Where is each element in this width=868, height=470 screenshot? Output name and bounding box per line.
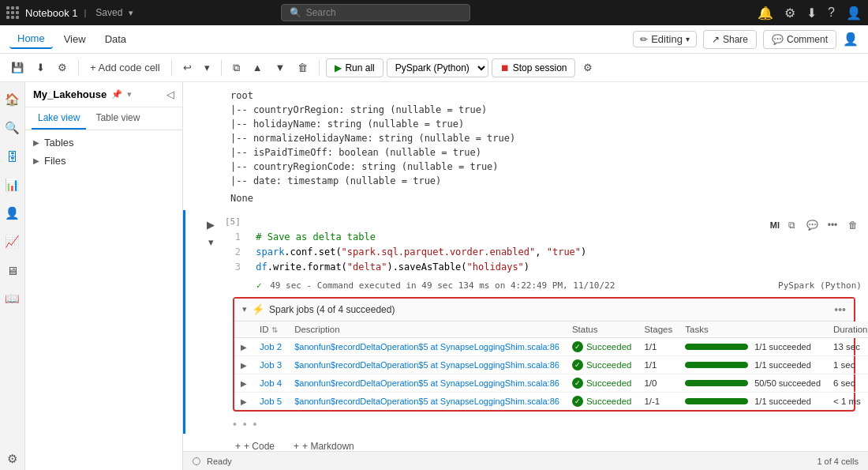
table-row[interactable]: ▶ Job 5 $anonfun$recordDeltaOperation$5 … [234,392,868,410]
kernel-select[interactable]: PySpark (Python) [387,58,488,77]
job-stages: 1/1 [638,337,679,355]
undo-dropdown[interactable]: ▾ [200,59,215,76]
th-status[interactable]: Status [566,321,638,338]
settings-toolbar-button[interactable]: ⚙ [53,59,72,76]
tab-lake-view[interactable]: Lake view [32,107,86,130]
share-button[interactable]: ↗ Share [703,30,757,49]
notification-icon[interactable]: 🔔 [758,6,773,21]
task-label: 50/50 succeeded [754,378,821,388]
spark-jobs-more-icon[interactable]: ••• [834,303,846,316]
person-icon[interactable]: 👤 [843,32,859,47]
success-dot-icon: ✓ [572,378,583,389]
undo-button[interactable]: ↩ [178,59,196,76]
download-toolbar-button[interactable]: ⬇ [32,59,50,76]
th-id[interactable]: ID ⇅ [253,321,288,338]
editing-label: Editing [651,33,683,45]
cell-more-button[interactable]: ••• [824,216,841,234]
row-expand-icon[interactable]: ▶ [241,397,247,406]
search-icon-bar[interactable]: 🔍 [2,117,24,139]
chart-icon-bar[interactable]: 📈 [2,231,24,253]
row-expand-icon[interactable]: ▶ [241,343,247,352]
add-code-cell-button[interactable]: + Add code cell [85,59,165,76]
settings-icon: ⚙ [58,62,67,73]
table-row[interactable]: ▶ Job 2 $anonfun$recordDeltaOperation$5 … [234,337,868,355]
cell-copy-button[interactable]: ⧉ [783,216,800,234]
job-id-link[interactable]: Job 5 [260,397,282,406]
stop-session-button[interactable]: ⏹ Stop session [492,58,576,77]
table-icon-bar[interactable]: 📊 [2,174,24,196]
collapse-sidebar-icon[interactable]: ◁ [166,88,174,100]
tab-table-view[interactable]: Table view [89,107,146,130]
menu-bar: Home View Data ✏ Editing ▾ ↗ Share 💬 Com… [0,25,868,54]
code-editor[interactable]: 1 # Save as delta table 2 spark.conf.set… [225,227,868,279]
th-tasks[interactable]: Tasks [679,321,827,338]
spark-jobs-collapse-icon[interactable]: ▾ [242,304,247,314]
settings-icon[interactable]: ⚙ [784,6,795,21]
job-description-link[interactable]: $anonfun$recordDeltaOperation$5 at Synap… [294,360,559,370]
table-row[interactable]: ▶ Job 4 $anonfun$recordDeltaOperation$5 … [234,374,868,392]
move-up-button[interactable]: ▲ [248,59,268,76]
add-markdown-button[interactable]: + + Markdown [289,438,359,451]
menu-data[interactable]: Data [97,30,134,48]
cell-delete-button[interactable]: 🗑 [844,216,862,234]
monitor-icon-bar[interactable]: 🖥 [2,259,24,281]
download-icon[interactable]: ⬇ [806,6,817,21]
notebook-name[interactable]: Notebook 1 [25,7,78,19]
th-duration[interactable]: Duration [827,321,868,338]
app-icon [6,6,19,19]
cell-expand-button[interactable]: ▾ [203,234,219,250]
comment-icon: 💬 [772,34,784,45]
job-description-link[interactable]: $anonfun$recordDeltaOperation$5 at Synap… [294,378,559,388]
gear-icon-bar[interactable]: ⚙ [2,448,24,470]
person-icon-bar[interactable]: 👤 [2,202,24,224]
cell-run-button[interactable]: ▶ [203,216,219,232]
job-id-link[interactable]: Job 3 [260,360,282,370]
save-icon: 💾 [11,62,24,73]
table-row[interactable]: ▶ Job 3 $anonfun$recordDeltaOperation$5 … [234,355,868,374]
exec-status-row: ✓ 49 sec - Command executed in 49 sec 13… [185,279,868,294]
search-bar[interactable]: 🔍 Search [281,4,470,21]
mi-label: Ml [770,220,780,230]
job-description-link[interactable]: $anonfun$recordDeltaOperation$5 at Synap… [294,397,559,406]
comment-button[interactable]: 💬 Comment [763,30,836,49]
th-description[interactable]: Description [288,321,566,338]
menu-home[interactable]: Home [9,29,53,49]
job-id-link[interactable]: Job 4 [260,378,282,388]
files-section[interactable]: ▶ Files [25,152,182,170]
row-expand-icon[interactable]: ▶ [241,379,247,388]
stop-icon: ⏹ [500,62,510,73]
task-progress-bar [685,344,748,350]
run-all-button[interactable]: ▶ Run all [326,58,383,77]
job-id-link[interactable]: Job 2 [260,342,282,352]
add-code-button[interactable]: + + Code [230,438,279,451]
database-icon-bar[interactable]: 🗄 [2,145,24,167]
home-icon-bar[interactable]: 🏠 [2,88,24,111]
exec-status-text: 49 sec - Command executed in 49 sec 134 … [270,280,615,291]
tables-section[interactable]: ▶ Tables [25,133,182,152]
tables-label: Tables [44,137,74,149]
account-icon[interactable]: 👤 [846,6,862,21]
search-icon: 🔍 [290,7,301,18]
save-button[interactable]: 💾 [6,59,28,76]
row-expand-icon[interactable]: ▶ [241,361,247,370]
notebook-content: root |-- countryOrRegion: string (nullab… [183,82,868,451]
job-description-link[interactable]: $anonfun$recordDeltaOperation$5 at Synap… [294,342,559,352]
book-icon-bar[interactable]: 📖 [2,288,24,310]
move-cell-button[interactable]: ⧉ [228,59,245,77]
menu-view[interactable]: View [56,30,94,48]
cell-comment-button[interactable]: 💬 [803,216,821,234]
th-stages[interactable]: Stages [638,321,679,338]
more-button[interactable]: ⚙ [578,59,597,76]
help-icon[interactable]: ? [828,6,835,20]
task-progress-bar [685,380,748,386]
chevron-down-icon[interactable]: ▾ [127,89,132,100]
search-placeholder: Search [306,7,336,18]
editing-badge[interactable]: ✏ Editing ▾ [633,31,697,47]
job-tasks: 1/1 succeeded [679,355,827,374]
job-duration: 6 sec [827,374,868,392]
task-progress-fill [685,362,748,368]
task-progress-bar [685,398,748,404]
delete-cell-button[interactable]: 🗑 [293,59,312,76]
sidebar-header: My_Lakehouse 📌 ▾ ◁ [25,82,182,107]
move-down-button[interactable]: ▼ [271,59,290,76]
